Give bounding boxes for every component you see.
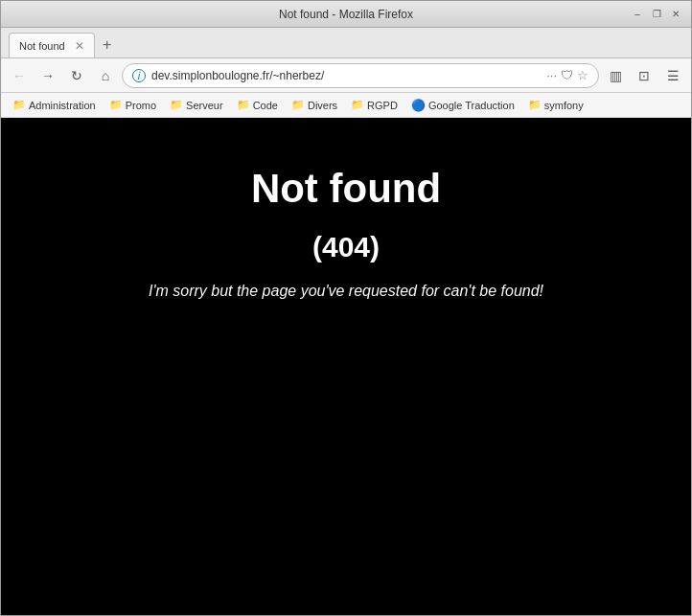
bookmark-serveur[interactable]: 📁 Serveur bbox=[164, 97, 229, 113]
library-button[interactable]: ▥ bbox=[603, 63, 628, 88]
page-content: Not found (404) I'm sorry but the page y… bbox=[1, 118, 691, 615]
titlebar-controls: – ❐ ✕ bbox=[630, 7, 683, 22]
bookmark-label: Code bbox=[253, 100, 278, 111]
home-button[interactable]: ⌂ bbox=[93, 63, 118, 88]
forward-button[interactable]: → bbox=[35, 63, 60, 88]
bookmarks-bar: 📁 Administration 📁 Promo 📁 Serveur 📁 Cod… bbox=[1, 93, 691, 118]
navigation-bar: ← → ↻ ⌂ i dev.simplonboulogne.fr/~nherbe… bbox=[1, 58, 691, 93]
restore-button[interactable]: ❐ bbox=[649, 7, 664, 22]
home-icon: ⌂ bbox=[102, 68, 109, 83]
bookmark-label: RGPD bbox=[367, 100, 398, 111]
folder-icon: 📁 bbox=[170, 99, 183, 111]
bookmark-promo[interactable]: 📁 Promo bbox=[104, 97, 162, 113]
synced-tabs-icon: ⊡ bbox=[638, 68, 650, 83]
hamburger-icon: ☰ bbox=[667, 68, 680, 83]
bookmark-label: Promo bbox=[126, 100, 156, 111]
bookmark-label: Serveur bbox=[186, 100, 223, 111]
error-title: Not found bbox=[251, 166, 441, 212]
minimize-button[interactable]: – bbox=[630, 7, 645, 22]
nav-right-buttons: ▥ ⊡ ☰ bbox=[603, 63, 685, 88]
bookmark-label: Google Traduction bbox=[428, 100, 515, 111]
address-bar[interactable]: i dev.simplonboulogne.fr/~nherbez/ ··· 🛡… bbox=[122, 63, 599, 88]
folder-icon: 📁 bbox=[351, 99, 364, 111]
error-code: (404) bbox=[312, 231, 380, 263]
bookmark-divers[interactable]: 📁 Divers bbox=[286, 97, 343, 113]
bookmark-label: Divers bbox=[308, 100, 337, 111]
back-button[interactable]: ← bbox=[7, 63, 32, 88]
tab-bar: Not found ✕ + bbox=[1, 28, 691, 58]
active-tab[interactable]: Not found ✕ bbox=[9, 33, 95, 57]
folder-icon: 📁 bbox=[528, 99, 542, 111]
library-icon: ▥ bbox=[610, 68, 622, 83]
shield-icon[interactable]: 🛡 bbox=[561, 68, 573, 82]
bookmark-label: Administration bbox=[29, 100, 96, 111]
bookmark-google-traduction[interactable]: 🔵 Google Traduction bbox=[405, 97, 520, 114]
menu-button[interactable]: ☰ bbox=[660, 63, 685, 88]
title-bar: Not found - Mozilla Firefox – ❐ ✕ bbox=[1, 1, 691, 28]
browser-window: Not found - Mozilla Firefox – ❐ ✕ Not fo… bbox=[0, 0, 692, 616]
google-icon: 🔵 bbox=[411, 99, 426, 112]
address-icons: ··· 🛡 ☆ bbox=[546, 68, 588, 82]
forward-icon: → bbox=[41, 68, 55, 83]
new-tab-button[interactable]: + bbox=[95, 33, 120, 57]
folder-icon: 📁 bbox=[291, 99, 305, 111]
back-icon: ← bbox=[12, 68, 26, 83]
url-text: dev.simplonboulogne.fr/~nherbez/ bbox=[151, 69, 541, 82]
folder-icon: 📁 bbox=[12, 99, 26, 111]
bookmark-code[interactable]: 📁 Code bbox=[231, 97, 284, 113]
more-icon[interactable]: ··· bbox=[546, 68, 557, 82]
bookmark-symfony[interactable]: 📁 symfony bbox=[522, 97, 589, 113]
reload-button[interactable]: ↻ bbox=[64, 63, 89, 88]
folder-icon: 📁 bbox=[237, 99, 250, 111]
tab-title: Not found bbox=[19, 40, 65, 52]
folder-icon: 📁 bbox=[109, 99, 123, 111]
synced-tabs-button[interactable]: ⊡ bbox=[632, 63, 657, 88]
star-icon[interactable]: ☆ bbox=[577, 68, 588, 82]
close-button[interactable]: ✕ bbox=[668, 7, 683, 22]
bookmark-label: symfony bbox=[544, 100, 584, 111]
window-title: Not found - Mozilla Firefox bbox=[279, 8, 413, 21]
bookmark-administration[interactable]: 📁 Administration bbox=[7, 97, 102, 113]
error-message: I'm sorry but the page you've requested … bbox=[149, 283, 543, 300]
reload-icon: ↻ bbox=[71, 68, 82, 83]
tab-close-button[interactable]: ✕ bbox=[75, 39, 84, 53]
info-icon: i bbox=[132, 69, 146, 82]
bookmark-rgpd[interactable]: 📁 RGPD bbox=[345, 97, 404, 113]
